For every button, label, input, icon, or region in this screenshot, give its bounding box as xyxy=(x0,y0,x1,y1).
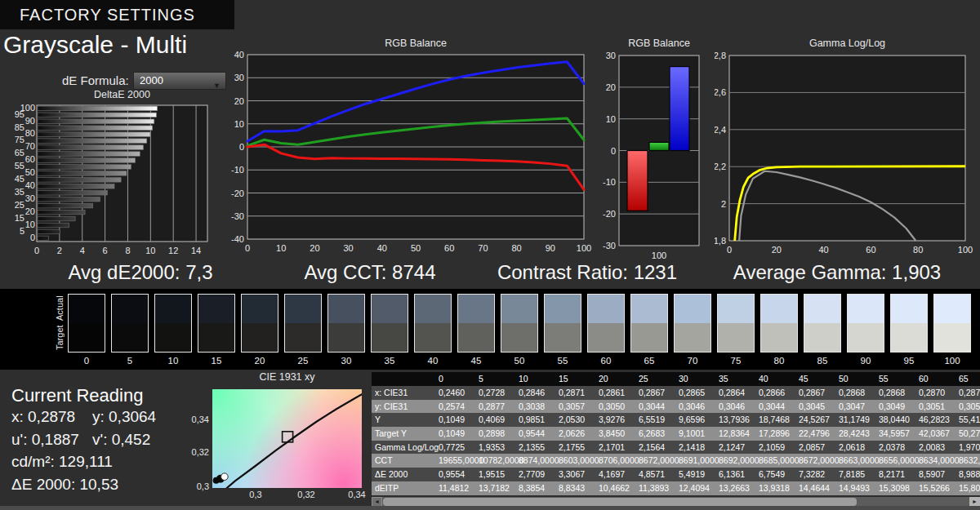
svg-text:100: 100 xyxy=(652,251,666,260)
actual-patch xyxy=(458,295,494,323)
svg-text:55: 55 xyxy=(15,161,24,171)
svg-text:70: 70 xyxy=(478,243,488,253)
app-title: FACTORY SETTINGS xyxy=(20,6,195,24)
table-cell: 14,4644 xyxy=(795,481,835,495)
table-cell: 2,1755 xyxy=(555,441,595,455)
table-cell: 11,4812 xyxy=(435,481,475,495)
target-patch xyxy=(372,323,408,352)
table-cell: 0,2861 xyxy=(595,386,635,400)
grayscale-level-label: 60 xyxy=(587,356,625,366)
cie-ytick: 0,3 xyxy=(188,481,209,491)
cie-xtick: 0,32 xyxy=(292,490,320,499)
table-cell: 2,0857 xyxy=(795,441,835,455)
svg-text:15: 15 xyxy=(15,213,24,223)
table-cell: 0,2460 xyxy=(435,386,475,400)
gamma-chart: Gamma Log/Log1,822,22,42,62,802040608010… xyxy=(715,37,980,255)
table-cell: 19655,0000 xyxy=(435,454,475,468)
table-cell: 2,1564 xyxy=(635,441,675,455)
table-column-header: 15 xyxy=(555,372,595,386)
svg-text:50: 50 xyxy=(411,243,421,253)
grayscale-level-label: 80 xyxy=(760,356,798,366)
table-cell: 6,5519 xyxy=(635,413,675,427)
svg-text:0: 0 xyxy=(34,246,39,255)
svg-text:70: 70 xyxy=(25,141,35,151)
table-row: x: CIE310,24600,27280,28460,28710,28610,… xyxy=(372,386,980,400)
scrollbar-thumb[interactable] xyxy=(383,498,857,506)
grayscale-level-label: 10 xyxy=(154,356,192,366)
table-row-label: y: CIE31 xyxy=(372,400,435,414)
svg-text:75: 75 xyxy=(15,135,24,144)
grayscale-swatch-65 xyxy=(630,294,668,353)
table-cell: 0,7725 xyxy=(435,441,475,455)
table-column-header: 50 xyxy=(835,372,875,386)
svg-text:40: 40 xyxy=(377,243,387,253)
actual-patch xyxy=(545,295,581,323)
table-cell: 15,5266 xyxy=(915,481,956,495)
actual-patch xyxy=(328,295,364,323)
svg-text:30: 30 xyxy=(343,243,353,253)
svg-text:-20: -20 xyxy=(231,188,244,198)
actual-patch xyxy=(675,295,710,323)
target-patch xyxy=(761,323,797,352)
grayscale-level-label: 85 xyxy=(804,356,841,366)
table-cell: 2,1059 xyxy=(755,441,795,455)
svg-text:80: 80 xyxy=(25,128,35,138)
grayscale-swatch-30 xyxy=(327,294,365,353)
table-cell: 3,8450 xyxy=(595,427,635,441)
table-cell: 0,2898 xyxy=(475,427,515,441)
table-cell: 13,9318 xyxy=(755,481,795,495)
table-cell: 8,3854 xyxy=(515,481,555,495)
target-patch xyxy=(501,323,537,352)
grayscale-swatch-0 xyxy=(68,294,105,353)
target-patch xyxy=(718,323,754,352)
table-cell: 8656,0000 xyxy=(875,454,915,468)
grayscale-level-label: 55 xyxy=(544,356,581,366)
cie-xtick: 0,34 xyxy=(343,490,371,499)
actual-patch xyxy=(69,295,105,323)
target-patch xyxy=(328,323,364,352)
table-cell: 8603,0000 xyxy=(555,454,595,468)
svg-text:0: 0 xyxy=(727,245,732,255)
svg-text:10: 10 xyxy=(276,243,286,253)
svg-text:2: 2 xyxy=(57,246,62,255)
cie-ytick: 0,32 xyxy=(188,447,209,457)
target-patch xyxy=(804,323,840,352)
table-cell: 50,27 xyxy=(956,427,980,441)
cie-chart-title: CIE 1931 xy xyxy=(212,371,362,383)
table-cell: 8,2171 xyxy=(875,468,915,481)
table-cell: 15,3098 xyxy=(875,481,915,495)
table-cell: 3,9276 xyxy=(595,413,635,427)
table-cell: 0,2867 xyxy=(635,386,675,400)
table-cell: 8663,0000 xyxy=(835,454,875,468)
svg-text:12: 12 xyxy=(168,246,178,255)
table-cell: 0,3050 xyxy=(595,400,635,414)
actual-patch xyxy=(155,295,191,323)
grayscale-swatch-70 xyxy=(674,294,711,353)
svg-text:30: 30 xyxy=(606,51,616,60)
svg-text:2,4: 2,4 xyxy=(715,125,726,135)
stat-average-gamma: Average Gamma: 1,903 xyxy=(733,261,941,284)
svg-text:-40: -40 xyxy=(231,234,244,244)
table-column-header: 35 xyxy=(715,372,755,386)
table-cell: 15,80 xyxy=(956,481,980,495)
stat-contrast-ratio: Contrast Ratio: 1231 xyxy=(497,261,677,284)
target-patch xyxy=(848,323,884,352)
table-cell: 0,3051 xyxy=(915,400,956,414)
table-cell: 0,2728 xyxy=(475,386,515,400)
table-cell: 8,8343 xyxy=(555,481,595,495)
svg-text:40: 40 xyxy=(234,50,244,60)
target-patch xyxy=(112,323,148,352)
table-row-label: CCT xyxy=(372,454,435,468)
svg-text:40: 40 xyxy=(25,180,35,190)
table-cell: 0,3038 xyxy=(515,400,555,414)
actual-patch xyxy=(934,295,970,323)
actual-patch xyxy=(112,295,148,323)
deltae-bar-chart: DeltaE 200002468101214051015202530354045… xyxy=(8,85,217,258)
svg-text:10: 10 xyxy=(606,114,616,124)
table-row: y: CIE310,25740,28770,30380,30570,30500,… xyxy=(372,400,980,414)
actual-patch xyxy=(631,295,667,323)
table-row: ΔE 20000,95541,95152,77093,30674,16974,8… xyxy=(372,468,980,481)
table-cell: 0,2846 xyxy=(515,386,555,400)
actual-patch xyxy=(588,295,624,323)
reading-luminance: cd/m²: 129,111 xyxy=(11,453,113,471)
